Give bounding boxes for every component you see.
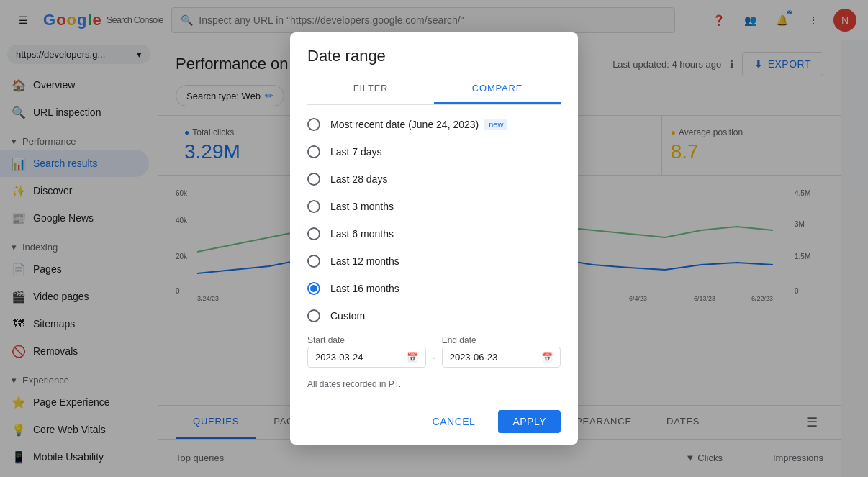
date-separator: -	[432, 340, 435, 364]
radio-last-12-months[interactable]: Last 12 months	[290, 247, 578, 275]
radio-label-last-6m: Last 6 months	[330, 228, 394, 240]
end-date-label: End date	[442, 335, 561, 345]
new-badge: new	[484, 119, 507, 130]
radio-circle-most-recent	[307, 118, 320, 131]
modal-title: Date range	[307, 47, 561, 65]
start-date-label: Start date	[307, 335, 426, 345]
start-date-field[interactable]: 📅	[307, 347, 426, 368]
radio-circle-last-7	[307, 145, 320, 158]
radio-circle-last-12m	[307, 255, 320, 268]
start-date-group: Start date 📅	[307, 335, 426, 368]
radio-last-16-months[interactable]: Last 16 months	[290, 275, 578, 302]
radio-circle-last-16m	[307, 282, 320, 295]
calendar-icon: 📅	[407, 352, 418, 363]
modal-actions: CANCEL APPLY	[290, 401, 578, 445]
date-range-modal: Date range FILTER COMPARE Most recent da…	[290, 32, 578, 445]
radio-label-most-recent: Most recent date (June 24, 2023) new	[330, 119, 507, 130]
radio-circle-custom	[307, 309, 320, 322]
radio-label-last-3m: Last 3 months	[330, 201, 394, 212]
radio-label-custom: Custom	[330, 310, 365, 322]
all-dates-note: All dates recorded in PT.	[290, 373, 578, 395]
radio-last-7-days[interactable]: Last 7 days	[290, 138, 578, 165]
end-date-input[interactable]	[450, 352, 537, 363]
apply-button[interactable]: APPLY	[498, 410, 561, 433]
radio-last-6-months[interactable]: Last 6 months	[290, 220, 578, 247]
radio-last-28-days[interactable]: Last 28 days	[290, 165, 578, 193]
radio-custom[interactable]: Custom	[290, 302, 578, 330]
date-inputs-row: Start date 📅 - End date 📅	[290, 330, 578, 373]
radio-label-last-28: Last 28 days	[330, 173, 387, 185]
modal-overlay[interactable]: Date range FILTER COMPARE Most recent da…	[0, 0, 868, 477]
radio-circle-last-3m	[307, 200, 320, 213]
start-date-input[interactable]	[315, 352, 402, 363]
radio-label-last-16m: Last 16 months	[330, 283, 399, 294]
radio-label-last-7: Last 7 days	[330, 146, 382, 158]
modal-tabs: FILTER COMPARE	[307, 74, 561, 105]
radio-last-3-months[interactable]: Last 3 months	[290, 193, 578, 220]
radio-label-last-12m: Last 12 months	[330, 255, 399, 267]
modal-tab-filter[interactable]: FILTER	[307, 74, 434, 104]
radio-most-recent[interactable]: Most recent date (June 24, 2023) new	[290, 111, 578, 138]
cancel-button[interactable]: CANCEL	[418, 410, 490, 433]
modal-body: Most recent date (June 24, 2023) new Las…	[290, 105, 578, 401]
radio-circle-last-6m	[307, 227, 320, 240]
calendar-icon: 📅	[541, 352, 553, 363]
radio-circle-last-28	[307, 173, 320, 186]
end-date-field[interactable]: 📅	[442, 347, 561, 368]
modal-tab-compare[interactable]: COMPARE	[434, 74, 561, 104]
modal-title-bar: Date range FILTER COMPARE	[290, 32, 578, 105]
end-date-group: End date 📅	[442, 335, 561, 368]
